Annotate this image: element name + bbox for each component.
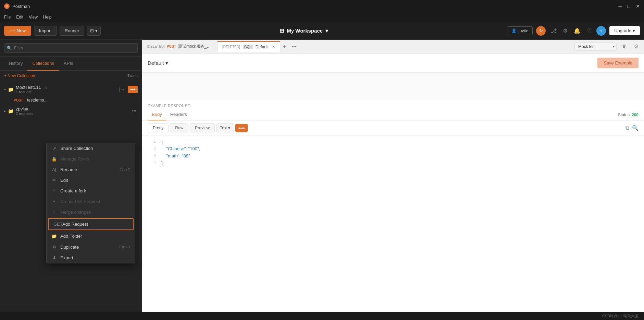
- menu-share-collection[interactable]: ↗ Share Collection: [47, 143, 135, 154]
- menu-create-fork-label: Create a fork: [60, 188, 86, 193]
- search-response-button[interactable]: 🔍: [632, 125, 639, 131]
- menu-manage-roles-label: Manage Roles: [60, 156, 89, 162]
- tab-history[interactable]: History: [4, 57, 27, 71]
- example-response-label: EXAMPLE RESPONSE: [142, 100, 644, 109]
- code-area[interactable]: 1 { 2 "Chinese": "100", 3 "math": "88" 4…: [142, 135, 644, 312]
- env-eye-button[interactable]: 👁: [619, 43, 629, 50]
- more-tabs-button[interactable]: •••: [289, 44, 299, 49]
- tab-apis[interactable]: APIs: [59, 57, 78, 71]
- text-format-dropdown[interactable]: Text ▾: [216, 123, 234, 132]
- invite-button[interactable]: 👤 Invite: [507, 26, 533, 35]
- upgrade-chevron-icon: ▾: [633, 28, 635, 33]
- collection-name-1: zpvisa: [16, 106, 128, 111]
- menu-create-fork[interactable]: ⑂ Create a fork: [47, 186, 135, 196]
- trash-button[interactable]: Trash: [127, 73, 138, 78]
- menu-duplicate[interactable]: ⧉ Duplicate Ctrl+D: [47, 241, 135, 252]
- menu-add-request-label: Add Request: [62, 222, 88, 227]
- notifications-button[interactable]: 🔔: [572, 26, 582, 35]
- request-item-0[interactable]: POST testdemo...: [0, 96, 142, 104]
- tab-name-0: 测试mock服务_001: [178, 44, 212, 49]
- plus-icon: +: [10, 28, 12, 33]
- invite-label: Invite: [518, 28, 528, 33]
- menu-create-pull-request: ⑂ Create Pull Request: [47, 196, 135, 207]
- context-menu: ↗ Share Collection 🔒 Manage Roles A| Ren…: [46, 143, 135, 263]
- add-folder-icon: 📁: [51, 234, 57, 239]
- collection-info-0: MoctTest111 ☆ 1 request: [16, 85, 116, 94]
- export-icon: ⬇: [51, 255, 57, 260]
- menu-rename-label: Rename: [60, 167, 77, 172]
- request-tab-1[interactable]: [DELETED] GQL Default ✕: [218, 41, 280, 52]
- three-dots-button-1[interactable]: •••: [131, 108, 138, 114]
- wrap-button[interactable]: ⟺: [235, 124, 248, 132]
- add-tab-button[interactable]: +: [280, 44, 289, 50]
- request-tab-0[interactable]: [DELETED] POST 测试mock服务_001: [142, 41, 218, 52]
- menu-rename[interactable]: A| Rename Ctrl+E: [47, 164, 135, 175]
- menu-manage-roles: 🔒 Manage Roles: [47, 154, 135, 164]
- sidebar-actions: + New Collection Trash: [0, 71, 142, 81]
- heart-button[interactable]: ♡: [585, 26, 593, 35]
- collection-item-1[interactable]: ▸ 📁 zpvisa 2 requests •••: [0, 104, 142, 118]
- merge-icon: ⑂: [51, 210, 57, 215]
- environment-select[interactable]: MockTest No Environment: [574, 43, 617, 51]
- footer: CSDN @Hi~晴天大圣: [0, 312, 644, 320]
- env-settings-button[interactable]: ⚙: [632, 43, 641, 50]
- duplicate-icon: ⧉: [51, 244, 57, 250]
- settings-button[interactable]: ⚙: [561, 26, 569, 35]
- workspace-button[interactable]: ⊞ My Workspace ▾: [280, 27, 328, 34]
- menu-file[interactable]: File: [4, 15, 11, 20]
- edit-icon: ✏: [51, 178, 57, 183]
- minimize-button[interactable]: ─: [619, 3, 622, 9]
- close-button[interactable]: ✕: [636, 3, 640, 9]
- duplicate-shortcut: Ctrl+D: [120, 245, 130, 249]
- upgrade-label: Upgrade: [614, 28, 631, 33]
- menu-help[interactable]: Help: [43, 15, 52, 20]
- filter-input[interactable]: [4, 43, 138, 53]
- fork-icon: ⑂: [51, 188, 57, 193]
- runner-button[interactable]: Runner: [60, 26, 85, 36]
- pin-button-0[interactable]: |→: [118, 86, 127, 93]
- avatar[interactable]: +: [596, 26, 606, 36]
- upgrade-button[interactable]: Upgrade ▾: [609, 26, 640, 35]
- maximize-button[interactable]: □: [628, 3, 630, 9]
- tab-collections[interactable]: Collections: [27, 57, 59, 71]
- viewer-tab-preview[interactable]: Preview: [190, 123, 215, 132]
- menu-view[interactable]: View: [29, 15, 38, 20]
- collection-actions-1: •••: [131, 108, 138, 114]
- menu-edit[interactable]: ✏ Edit: [47, 175, 135, 186]
- text-icon: A|: [51, 167, 57, 172]
- menu-add-request[interactable]: GET Add Request: [48, 218, 134, 230]
- star-icon-0: ☆: [44, 85, 48, 90]
- app-logo: [4, 3, 10, 9]
- titlebar: Postman ─ □ ✕: [0, 0, 644, 12]
- status-value: 200: [632, 112, 639, 117]
- new-button[interactable]: + + New: [4, 26, 31, 36]
- sync-button[interactable]: ↻: [536, 26, 546, 36]
- status-label: Status: [618, 112, 630, 117]
- view-toggle-button[interactable]: ⊞ ▾: [87, 26, 101, 36]
- github-button[interactable]: ⎇: [549, 26, 558, 35]
- menu-edit[interactable]: Edit: [16, 15, 23, 20]
- request-body-area[interactable]: [142, 73, 644, 100]
- save-example-button[interactable]: Save Example: [597, 58, 639, 68]
- resp-status: Status 200: [618, 112, 639, 117]
- expand-chevron-icon-1: ▸: [4, 109, 6, 113]
- import-button[interactable]: Import: [34, 26, 57, 36]
- resp-tab-headers[interactable]: Headers: [166, 109, 191, 120]
- text-chevron-icon: ▾: [228, 126, 230, 130]
- code-line-1: 1 {: [148, 138, 639, 145]
- three-dots-button-0[interactable]: •••: [128, 86, 138, 93]
- menu-export[interactable]: ⬇ Export: [47, 252, 135, 263]
- default-env-button[interactable]: Default ▾: [148, 60, 168, 66]
- collection-item-0[interactable]: ▾ 📁 MoctTest111 ☆ 1 request |→ •••: [0, 83, 142, 96]
- viewer-tab-raw[interactable]: Raw: [170, 123, 188, 132]
- collection-info-1: zpvisa 2 requests: [16, 106, 128, 116]
- resp-tab-body[interactable]: Body: [148, 109, 166, 120]
- menu-add-folder[interactable]: 📁 Add Folder: [47, 231, 135, 241]
- method-badge-post: POST: [12, 98, 24, 103]
- copy-response-button[interactable]: ⧉: [626, 125, 629, 131]
- new-collection-button[interactable]: + New Collection: [4, 73, 35, 78]
- menu-share-label: Share Collection: [60, 146, 93, 151]
- tab-close-1[interactable]: ✕: [272, 45, 275, 49]
- sidebar: 🔍 History Collections APIs + New Collect…: [0, 40, 142, 312]
- viewer-tab-pretty[interactable]: Pretty: [148, 123, 169, 132]
